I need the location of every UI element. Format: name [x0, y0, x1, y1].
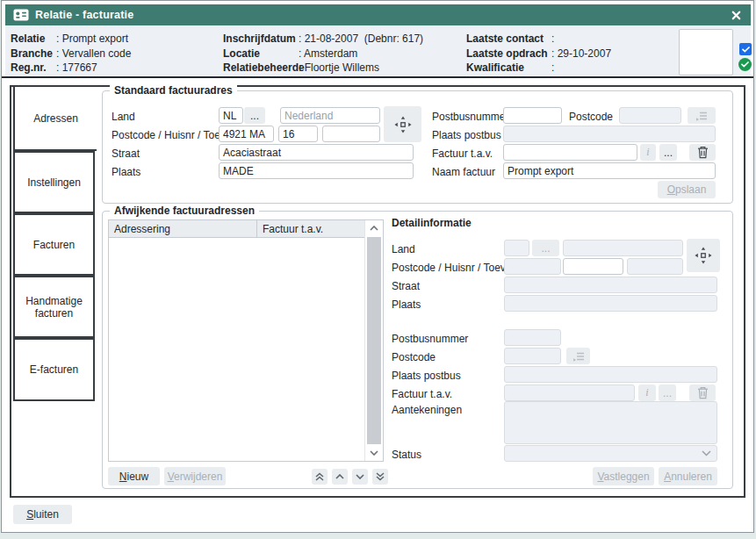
check-icon: [742, 47, 750, 53]
list-header: Adressering Factuur t.a.v.: [109, 220, 365, 238]
chevron-down-icon: [702, 450, 711, 456]
ellipsis-icon: ...: [664, 147, 673, 159]
plaats-postbus-input[interactable]: [503, 126, 716, 142]
postcode-lookup-button[interactable]: [688, 107, 716, 124]
move-down-button[interactable]: [352, 469, 368, 485]
toevoeging-input[interactable]: [322, 126, 380, 142]
sluiten-button[interactable]: Sluiten: [13, 505, 72, 524]
detail-status-select[interactable]: [504, 445, 717, 462]
detail-info-button[interactable]: i: [638, 384, 656, 401]
plaats-label: Plaats: [112, 166, 140, 178]
naam-factuur-input[interactable]: [503, 162, 716, 179]
scrollbar-thumb[interactable]: [367, 237, 381, 444]
vastleggen-button[interactable]: Vastleggen: [593, 467, 654, 485]
column-factuur-tav[interactable]: Factuur t.a.v.: [257, 220, 323, 237]
detail-map-move-button[interactable]: [687, 239, 720, 272]
scroll-up-button[interactable]: [365, 220, 383, 236]
detail-postcode-input[interactable]: [504, 258, 561, 275]
postcode-huisnr-label: Postcode / Huisnr / Toev.: [112, 129, 227, 141]
tab-e-facturen[interactable]: E-facturen: [13, 338, 95, 401]
header-row: Relatiebeheerde: Floortje Willems: [223, 61, 423, 75]
huisnr-input[interactable]: [278, 126, 318, 142]
relatie-value: : Prompt export: [56, 32, 128, 45]
relatiebeheerder-value: : Floortje Willems: [299, 61, 379, 74]
factuur-tav-label: Factuur t.a.v.: [432, 147, 493, 160]
land-code-input[interactable]: [219, 107, 243, 124]
straat-input[interactable]: [219, 144, 414, 161]
blue-checkbox[interactable]: [739, 43, 752, 55]
relatie-label: Relatie: [11, 32, 56, 47]
land-browse-button[interactable]: ...: [244, 107, 265, 124]
branche-value: : Vervallen code: [56, 47, 131, 60]
afwijkende-adressen-list[interactable]: Adressering Factuur t.a.v.: [108, 219, 384, 462]
map-move-button[interactable]: [384, 106, 421, 142]
opslaan-button[interactable]: Opslaan: [658, 181, 716, 198]
factuur-tav-delete-button[interactable]: [689, 144, 716, 161]
postcode-input[interactable]: [219, 126, 274, 142]
header-column-3: Laatste contact: Laatste opdrach: 29-10-…: [466, 32, 611, 75]
detail-plaats-postbus-input[interactable]: [504, 366, 717, 383]
tab-handmatige-facturen[interactable]: Handmatige facturen: [13, 276, 95, 338]
inschrijfdatum-value: : 21-08-2007 (Debnr: 617): [299, 32, 423, 45]
detail-postcode-pb-input[interactable]: [504, 348, 561, 364]
double-chevron-down-icon: [376, 472, 385, 481]
tab-label: Instellingen: [27, 176, 81, 189]
header-column-2: Inschrijfdatum: 21-08-2007 (Debnr: 617) …: [223, 32, 423, 75]
annuleren-button[interactable]: Annuleren: [659, 467, 717, 485]
ellipsis-icon: ...: [663, 387, 672, 399]
detail-postcode-huisnr-label: Postcode / Huisnr / Toev.: [392, 262, 508, 274]
detail-land-naam-input[interactable]: [563, 240, 683, 256]
detail-land-browse-button[interactable]: ...: [532, 240, 559, 256]
close-button[interactable]: [729, 8, 743, 22]
header-column-1: Relatie: Prompt export Branche: Vervalle…: [11, 32, 131, 75]
postcode-postbus-input[interactable]: [619, 107, 681, 124]
verwijderen-button[interactable]: Verwijderen: [164, 467, 226, 485]
relation-summary-header: Relatie: Prompt export Branche: Vervalle…: [5, 25, 751, 76]
detail-toevoeging-input[interactable]: [627, 258, 683, 275]
detail-factuur-tav-browse-button[interactable]: ...: [659, 384, 676, 401]
sluiten-label: Sluiten: [26, 508, 59, 521]
factuur-tav-input[interactable]: [503, 144, 637, 161]
tab-label: E-facturen: [30, 363, 78, 376]
detail-plaats-input[interactable]: [504, 295, 717, 312]
postbusnummer-input[interactable]: [503, 107, 562, 124]
detail-postcode-lookup-button[interactable]: [566, 348, 590, 364]
info-icon: i: [646, 146, 649, 159]
land-naam-input[interactable]: [280, 107, 380, 124]
tab-adressen[interactable]: Adressen: [13, 85, 97, 151]
detail-land-code-input[interactable]: [504, 240, 529, 256]
detail-factuur-tav-delete-button[interactable]: [689, 384, 716, 401]
move-up-button[interactable]: [332, 469, 348, 485]
column-adressering[interactable]: Adressering: [109, 220, 257, 237]
contact-card-icon: [13, 9, 29, 21]
tab-facturen[interactable]: Facturen: [13, 213, 95, 276]
chevron-down-icon: [356, 474, 364, 479]
move-bottom-button[interactable]: [372, 469, 388, 485]
postbusnummer-label: Postbusnummer: [432, 111, 508, 123]
list-scrollbar[interactable]: [364, 220, 383, 461]
factuur-tav-browse-button[interactable]: ...: [659, 144, 677, 161]
detail-aantekeningen-textarea[interactable]: [504, 401, 717, 444]
detail-factuur-tav-label: Factuur t.a.v.: [392, 388, 452, 400]
detail-postbusnummer-input[interactable]: [504, 329, 561, 346]
detail-huisnr-input[interactable]: [563, 258, 623, 275]
header-row: Branche: Vervallen code: [11, 47, 131, 61]
detail-postbusnummer-label: Postbusnummer: [392, 333, 468, 345]
plaats-input[interactable]: [219, 162, 414, 179]
detail-factuur-tav-input[interactable]: [504, 384, 635, 401]
list-pick-icon: [572, 350, 586, 363]
vastleggen-label: Vastleggen: [597, 471, 649, 483]
detail-straat-input[interactable]: [504, 277, 717, 293]
kwalificatie-value: :: [551, 61, 554, 74]
branche-label: Branche: [11, 47, 56, 61]
tab-instellingen[interactable]: Instellingen: [13, 151, 95, 213]
header-row: Kwalificatie:: [466, 61, 611, 75]
check-icon: [741, 61, 749, 68]
nieuw-button[interactable]: Nieuw: [108, 467, 160, 485]
move-top-button[interactable]: [312, 469, 328, 485]
scroll-down-button[interactable]: [365, 445, 383, 461]
info-button[interactable]: i: [640, 144, 656, 161]
move-icon: [694, 246, 713, 265]
verwijderen-label: Verwijderen: [168, 471, 223, 483]
dialog-window: Relatie - facturatie Relatie: Prompt exp…: [1, 0, 754, 533]
